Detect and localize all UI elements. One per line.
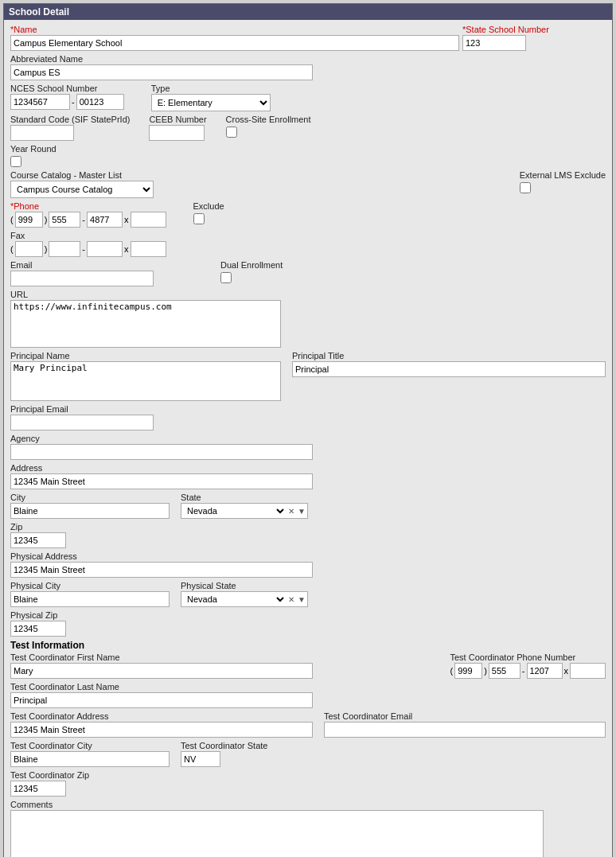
fax-mid-input[interactable]: [49, 241, 80, 257]
test-city-label: Test Coordinator City: [10, 741, 170, 750]
email-label: Email: [10, 260, 154, 270]
group-exclude: Exclude: [193, 201, 224, 224]
zip-input[interactable]: [10, 532, 66, 548]
state-dropdown-icon[interactable]: ▼: [296, 507, 307, 516]
row-nces: NCES School Number - Type E: Elementary: [10, 84, 606, 111]
test-phone-last-input[interactable]: [527, 663, 563, 679]
email-input[interactable]: [10, 271, 154, 286]
group-comments: Comments: [10, 800, 606, 857]
phone-last-input[interactable]: [87, 212, 123, 228]
year-round-checkbox[interactable]: [10, 156, 21, 167]
group-physical-address: Physical Address: [10, 551, 313, 578]
group-test-email: Test Coordinator Email: [324, 711, 606, 738]
dual-enrollment-label: Dual Enrollment: [220, 260, 283, 270]
row-physical-zip: Physical Zip: [10, 610, 606, 637]
row-test-address-email: Test Coordinator Address Test Coordinato…: [10, 711, 606, 738]
phone-mid-input[interactable]: [49, 212, 80, 228]
physical-state-clear-icon[interactable]: ✕: [287, 595, 296, 604]
test-phone-close-paren: ): [484, 666, 487, 676]
type-select[interactable]: E: Elementary: [151, 94, 271, 111]
comments-textarea[interactable]: [10, 810, 544, 857]
physical-address-input[interactable]: [10, 562, 313, 578]
row-test-city-state: Test Coordinator City Test Coordinator S…: [10, 741, 606, 767]
fax-last-input[interactable]: [87, 241, 123, 257]
course-catalog-label: Course Catalog - Master List: [10, 170, 493, 180]
group-test-zip: Test Coordinator Zip: [10, 770, 89, 797]
principal-email-label: Principal Email: [10, 404, 154, 414]
test-fname-input[interactable]: [10, 663, 313, 679]
school-detail-panel: School Detail *Name *State School Number…: [3, 3, 613, 857]
standard-code-input[interactable]: [10, 125, 74, 141]
test-address-label: Test Coordinator Address: [10, 711, 313, 721]
address-input[interactable]: [10, 473, 313, 489]
panel-header: School Detail: [4, 4, 612, 20]
row-physical-city-state: Physical City Physical State Nevada ✕ ▼: [10, 581, 606, 607]
test-city-input[interactable]: [10, 751, 170, 767]
external-lms-checkbox[interactable]: [520, 182, 531, 193]
test-email-input[interactable]: [324, 722, 606, 738]
fax-area-input[interactable]: [15, 241, 43, 257]
test-phone-open-paren: (: [450, 666, 453, 676]
row-physical-address: Physical Address: [10, 551, 606, 578]
type-label: Type: [151, 84, 271, 93]
test-phone-mid-input[interactable]: [489, 663, 520, 679]
fax-ext-input[interactable]: [131, 241, 166, 257]
abbrev-input[interactable]: [10, 64, 313, 80]
nces-part1-input[interactable]: [10, 94, 70, 110]
row-url: URL: [10, 290, 606, 348]
cross-site-checkbox[interactable]: [226, 127, 237, 138]
group-address: Address: [10, 463, 313, 489]
physical-state-select-wrapper: Nevada ✕ ▼: [181, 591, 308, 607]
exclude-label: Exclude: [193, 201, 224, 211]
row-city-state: City State Nevada ✕ ▼: [10, 493, 606, 519]
nces-dash: -: [72, 97, 75, 107]
physical-state-select[interactable]: Nevada: [181, 592, 287, 606]
test-lname-input[interactable]: [10, 692, 313, 708]
principal-email-input[interactable]: [10, 415, 154, 430]
ceeb-input[interactable]: [149, 125, 205, 141]
name-input[interactable]: [10, 35, 459, 51]
test-zip-input[interactable]: [10, 781, 66, 797]
standard-code-label: Standard Code (SIF StatePrId): [10, 115, 130, 124]
phone-ext-input[interactable]: [131, 212, 166, 228]
group-physical-city: Physical City: [10, 581, 170, 607]
row-standard: Standard Code (SIF StatePrId) CEEB Numbe…: [10, 115, 606, 141]
row-test-lname: Test Coordinator Last Name: [10, 682, 606, 708]
test-state-input[interactable]: [181, 751, 220, 767]
nces-inputs: -: [10, 94, 124, 110]
group-ceeb: CEEB Number: [149, 115, 206, 141]
principal-title-input[interactable]: [292, 361, 606, 377]
address-label: Address: [10, 463, 313, 473]
physical-zip-input[interactable]: [10, 621, 66, 637]
group-type: Type E: Elementary: [151, 84, 271, 111]
city-input[interactable]: [10, 503, 170, 519]
group-zip: Zip: [10, 522, 66, 548]
nces-label: NCES School Number: [10, 84, 124, 93]
group-principal-email: Principal Email: [10, 404, 154, 430]
test-address-input[interactable]: [10, 722, 313, 738]
exclude-checkbox[interactable]: [193, 213, 205, 224]
state-school-number-input[interactable]: [462, 35, 526, 51]
test-email-label: Test Coordinator Email: [324, 711, 606, 721]
physical-city-input[interactable]: [10, 591, 170, 607]
phone-area-input[interactable]: [15, 212, 43, 228]
test-zip-label: Test Coordinator Zip: [10, 770, 89, 780]
dual-enrollment-checkbox[interactable]: [220, 272, 232, 283]
agency-input[interactable]: [10, 444, 313, 460]
row-email: Email Dual Enrollment: [10, 260, 606, 286]
test-phone-ext-input[interactable]: [570, 663, 606, 679]
phone-inputs: ( ) - x: [10, 212, 166, 228]
principal-name-textarea[interactable]: [10, 361, 281, 401]
state-clear-icon[interactable]: ✕: [287, 507, 296, 516]
state-select[interactable]: Nevada: [181, 504, 287, 518]
url-textarea[interactable]: [10, 300, 281, 348]
course-catalog-select[interactable]: Campus Course Catalog: [10, 181, 154, 198]
phone-label: *Phone: [10, 201, 166, 211]
test-phone-area-input[interactable]: [454, 663, 482, 679]
group-principal-name: Principal Name: [10, 351, 281, 401]
physical-state-dropdown-icon[interactable]: ▼: [296, 595, 307, 604]
group-state: State Nevada ✕ ▼: [181, 493, 308, 519]
group-test-lname: Test Coordinator Last Name: [10, 682, 313, 708]
nces-part2-input[interactable]: [76, 94, 124, 110]
ceeb-label: CEEB Number: [149, 115, 206, 124]
